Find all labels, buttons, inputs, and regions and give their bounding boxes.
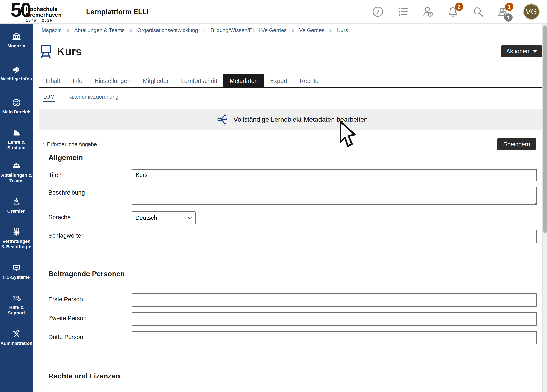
erste-person-input[interactable] (132, 293, 537, 307)
breadcrumb-separator-icon (67, 27, 69, 34)
contacts-icon[interactable]: 1 1 (497, 6, 509, 18)
page-title: Kurs (57, 45, 82, 57)
sidebar-item-magazin[interactable]: Magazin (0, 24, 33, 57)
tools-icon (12, 329, 21, 339)
avatar[interactable]: VG (523, 3, 540, 20)
tab-inhalt[interactable]: Inhalt (39, 74, 66, 88)
field-label: Dritte Person (48, 331, 132, 340)
sprache-select[interactable]: Deutsch (132, 211, 196, 224)
breadcrumb-item[interactable]: Abteilungen & Teams (74, 27, 125, 34)
section-divider (43, 354, 542, 354)
user-status-icon[interactable]: ! (422, 6, 434, 18)
svg-text:?: ? (376, 8, 379, 15)
field-label: Sprache (48, 211, 132, 221)
sidebar: Magazin Wichtige Infos Mein Bereich Lehr… (0, 24, 33, 392)
contacts-badge-count: 1 (504, 13, 513, 21)
svg-text:!: ! (430, 13, 431, 16)
svg-text:?: ? (19, 298, 20, 301)
section-heading-rechte: Rechte und Lizenzen (48, 372, 547, 380)
tab-export[interactable]: Export (264, 74, 294, 88)
tab-metadaten[interactable]: Metadaten (223, 74, 264, 88)
sidebar-item-vertretungen[interactable]: Vertretungen & Beauftragte (0, 222, 33, 255)
committee-icon (12, 197, 21, 206)
sidebar-item-hs-systeme[interactable]: HS-Systeme (0, 255, 33, 288)
megaphone-icon (12, 65, 21, 74)
scrollbar-thumb[interactable] (543, 26, 547, 233)
metadata-nodes-icon (217, 114, 228, 125)
sidebar-item-wichtige-infos[interactable]: Wichtige Infos (0, 57, 33, 90)
zweite-person-input[interactable] (132, 312, 537, 325)
caret-down-icon (533, 50, 537, 53)
university-logo[interactable]: 50 Hochschule Bremerhaven 1975 - 2025 (11, 1, 62, 22)
sidebar-item-hilfe-support[interactable]: ? Hilfe & Support (0, 288, 33, 321)
smiley-icon (12, 98, 21, 107)
app-title: Lernplattform ELLI (86, 8, 149, 16)
actions-button[interactable]: Aktionen (501, 45, 542, 57)
logo-years: 1975 - 2025 (26, 19, 62, 22)
form-header: *Erforderliche Angabe Speichern (33, 138, 547, 150)
required-asterisk: * (43, 141, 45, 147)
breadcrumb-item[interactable]: Kurs (337, 27, 348, 34)
field-row-dritte-person: Dritte Person (33, 331, 547, 344)
field-label: Titel* (48, 169, 132, 178)
sidebar-item-gremien[interactable]: Gremien (0, 189, 33, 222)
save-button[interactable]: Speichern (497, 138, 536, 150)
tab-rechte[interactable]: Rechte (294, 74, 325, 88)
vertical-scrollbar[interactable] (542, 24, 547, 392)
titel-input[interactable] (132, 169, 537, 181)
field-row-beschreibung: Beschreibung (33, 187, 547, 206)
field-label: Schlagwörter (48, 230, 132, 239)
page-title-row: Kurs Aktionen (33, 42, 547, 61)
field-row-schlagwoerter: Schlagwörter (33, 230, 547, 243)
search-icon[interactable] (472, 6, 484, 18)
notifications-icon[interactable]: 2 (447, 6, 459, 18)
list-icon[interactable] (397, 6, 409, 18)
topbar-icons: ? ! (372, 3, 540, 20)
breadcrumb-separator-icon (203, 27, 205, 34)
course-easel-icon (39, 43, 53, 60)
notifications-badge: 2 (455, 3, 463, 11)
field-row-zweite-person: Zweite Person (33, 312, 547, 325)
breadcrumb-item[interactable]: Ve Gerdes (299, 27, 324, 34)
breadcrumb-separator-icon (330, 27, 332, 34)
section-divider (43, 252, 542, 252)
logo-line1: Hochschule (26, 6, 62, 12)
required-asterisk: * (60, 172, 62, 178)
breadcrumb-separator-icon (292, 27, 294, 34)
help-icon[interactable]: ? (372, 6, 384, 18)
section-heading-allgemein: Allgemein (48, 154, 547, 162)
network-people-icon (12, 227, 21, 237)
edit-full-metadata-banner[interactable]: Vollständige Lernobjekt-Metadaten bearbe… (39, 109, 545, 130)
field-row-erste-person: Erste Person (33, 293, 547, 307)
breadcrumb-separator-icon (130, 27, 132, 34)
tab-einstellungen[interactable]: Einstellungen (89, 74, 137, 88)
tab-mitglieder[interactable]: Mitglieder (137, 74, 175, 88)
top-bar: 50 Hochschule Bremerhaven 1975 - 2025 Le… (0, 0, 547, 24)
people-icon (12, 161, 21, 170)
schlagwoerter-input[interactable] (132, 230, 537, 243)
field-row-sprache: Sprache Deutsch (33, 211, 547, 224)
breadcrumb-item[interactable]: Magazin (41, 27, 62, 34)
contacts-badge-new: 1 (505, 3, 513, 11)
field-row-titel: Titel* (33, 169, 547, 181)
subtab-bar: LOM Taxonomiezuordnung (43, 94, 547, 102)
field-label: Beschreibung (48, 187, 132, 196)
sidebar-item-administration[interactable]: Administration (0, 321, 33, 354)
sidebar-item-abteilungen-teams[interactable]: Abteilungen & Teams (0, 156, 33, 189)
dritte-person-input[interactable] (132, 331, 537, 344)
sidebar-item-lehre-studium[interactable]: Lehre & Studium (0, 123, 33, 156)
monitor-icon (12, 263, 21, 273)
mail-help-icon: ? (12, 293, 21, 303)
tab-info[interactable]: Info (66, 74, 89, 88)
field-label: Zweite Person (48, 312, 132, 322)
tab-lernfortschritt[interactable]: Lernfortschritt (175, 74, 223, 88)
subtab-lom[interactable]: LOM (43, 94, 55, 102)
breadcrumb-item[interactable]: Bildung/Wissen/ELLI Ve Gerdes (211, 27, 287, 34)
breadcrumb-item[interactable]: Organisationsentwicklung (137, 27, 198, 34)
subtab-taxonomiezuordnung[interactable]: Taxonomiezuordnung (67, 94, 118, 102)
books-icon (12, 128, 21, 137)
sidebar-item-mein-bereich[interactable]: Mein Bereich (0, 90, 33, 123)
beschreibung-textarea[interactable] (132, 187, 537, 205)
main-content: Magazin Abteilungen & Teams Organisation… (33, 24, 547, 392)
required-note: *Erforderliche Angabe (43, 141, 97, 148)
